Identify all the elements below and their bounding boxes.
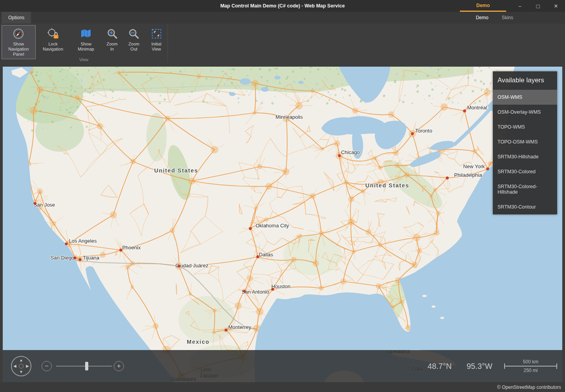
button-label: Zoom Out <box>125 42 143 52</box>
layer-item-srtm30-colored-hillshade[interactable]: SRTM30-Colored-Hillshade <box>493 179 557 200</box>
minimap-icon <box>80 28 92 40</box>
pan-right-icon[interactable] <box>26 364 29 368</box>
tab-options[interactable]: Options <box>2 12 31 24</box>
pan-left-icon[interactable] <box>13 364 16 368</box>
layer-item-srtm30-colored[interactable]: SRTM30-Colored <box>493 164 557 179</box>
pan-up-icon[interactable] <box>19 358 23 362</box>
pan-center[interactable] <box>19 364 24 368</box>
zoom-in-icon <box>106 28 118 40</box>
initial-view-button[interactable]: Initial View <box>146 25 167 54</box>
layer-item-osm-overlay-wms[interactable]: OSM-Overlay-WMS <box>493 105 557 120</box>
button-label: Lock Navigation <box>39 42 67 52</box>
lock-navigation-button[interactable]: Lock Navigation <box>36 25 70 54</box>
map-navigation-bar: 48.7°N 95.3°W 500 km 250 mi <box>3 350 562 382</box>
layer-item-topo-osm-wms[interactable]: TOPO-OSM-WMS <box>493 134 557 149</box>
layer-item-topo-wms[interactable]: TOPO-WMS <box>493 120 557 134</box>
status-bar: © OpenStreetMap contributors <box>0 382 565 392</box>
available-layers-panel: Available layers OSM-WMSOSM-Overlay-WMST… <box>493 71 557 214</box>
scale-mi-label: 250 mi <box>504 368 557 373</box>
zoom-in-button[interactable]: Zoom In <box>102 25 122 54</box>
lock-navigation-icon <box>47 28 59 40</box>
initial-view-icon <box>151 28 162 40</box>
layer-item-srtm30-hillshade[interactable]: SRTM30-Hillshade <box>493 149 557 164</box>
ribbon-group-label: View <box>0 57 168 62</box>
scale-km-label: 500 km <box>504 359 557 365</box>
zoom-slider-thumb[interactable] <box>85 362 88 370</box>
close-icon[interactable] <box>547 0 565 12</box>
layers-panel-title: Available layers <box>493 71 557 90</box>
zoom-out-button[interactable]: Zoom Out <box>122 25 145 54</box>
scale-bar: 500 km 250 mi <box>504 359 557 373</box>
map-canvas[interactable]: United StatesUnited StatesMexicoMinneapo… <box>3 67 562 382</box>
ribbon-group-view: Show Navigation Panel Lock Navigation Sh… <box>0 24 168 63</box>
ribbon: Show Navigation Panel Lock Navigation Sh… <box>0 24 565 63</box>
zoom-slider-track[interactable] <box>56 366 112 367</box>
ribbon-page-header[interactable]: Demo <box>460 0 506 12</box>
layer-item-srtm30-contour[interactable]: SRTM30-Contour <box>493 200 557 214</box>
tab-demo[interactable]: Demo <box>476 15 488 20</box>
pan-control[interactable] <box>11 356 31 376</box>
button-label: Initial View <box>148 42 164 52</box>
button-label: Show Navigation Panel <box>4 42 33 57</box>
map-svg <box>3 67 562 382</box>
map-attribution: © OpenStreetMap contributors <box>497 385 561 390</box>
zoom-slider[interactable] <box>56 361 112 371</box>
scale-line <box>504 366 557 367</box>
layer-item-osm-wms[interactable]: OSM-WMS <box>493 90 557 105</box>
maximize-icon[interactable] <box>529 0 547 12</box>
tab-row: Options Demo Skins <box>0 12 565 24</box>
title-bar: Map Control Main Demo (C# code) - Web Ma… <box>0 0 565 12</box>
compass-icon <box>13 28 24 40</box>
show-navigation-panel-button[interactable]: Show Navigation Panel <box>2 25 36 59</box>
button-label: Zoom In <box>105 42 120 52</box>
zoom-in-circle-button[interactable] <box>114 361 124 371</box>
minimize-icon[interactable] <box>511 0 529 12</box>
latitude-value: 48.7°N <box>428 362 452 371</box>
ribbon-page-tabs: Demo Skins <box>476 12 513 24</box>
longitude-value: 95.3°W <box>467 362 492 371</box>
zoom-out-circle-button[interactable] <box>42 361 52 371</box>
pan-down-icon[interactable] <box>19 370 23 374</box>
button-label: Show Minimap <box>73 42 99 52</box>
zoom-out-icon <box>128 28 140 40</box>
layers-list: OSM-WMSOSM-Overlay-WMSTOPO-WMSTOPO-OSM-W… <box>493 90 557 214</box>
window-controls <box>511 0 565 12</box>
tab-skins[interactable]: Skins <box>502 15 513 20</box>
show-minimap-button[interactable]: Show Minimap <box>71 25 102 54</box>
cursor-coordinates: 48.7°N 95.3°W <box>428 350 492 382</box>
